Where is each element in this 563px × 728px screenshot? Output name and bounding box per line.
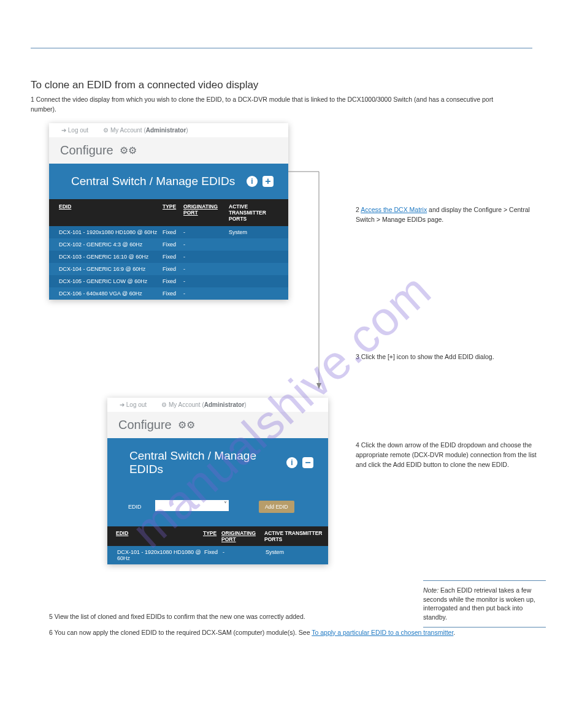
gears-icon: ⚙⚙ [178, 419, 195, 431]
col-edid[interactable]: EDID [55, 203, 163, 222]
link-apply-edid[interactable]: To apply a particular EDID to a chosen t… [312, 629, 453, 636]
col-type[interactable]: TYPE [163, 203, 183, 222]
page-title: Central Switch / Manage EDIDs [129, 449, 286, 476]
gears-icon: ⚙ [161, 401, 167, 408]
logout-icon: ➔ [120, 401, 124, 408]
table-row[interactable]: DCX-103 - GENERIC 16:10 @ 60HzFixed- [49, 251, 288, 263]
add-edid-button[interactable]: Add EDID [259, 501, 294, 513]
info-icon[interactable]: i [286, 457, 297, 468]
table-header: EDID TYPE ORIGINATING PORT ACTIVE TRANSM… [49, 199, 288, 226]
add-icon[interactable]: + [262, 176, 274, 187]
table-header: EDID TYPE ORIGINATING PORT ACTIVE TRANSM… [107, 526, 328, 546]
ui-topbar: ➔ Log out ⚙ My Account (Administrator) [107, 398, 328, 412]
col-orig[interactable]: ORIGINATING PORT [183, 203, 229, 222]
edid-label: EDID [128, 504, 153, 510]
info-icon[interactable]: i [247, 176, 258, 187]
table-row[interactable]: DCX-101 - 1920x1080 HD1080 @ 60HzFixed-S… [49, 226, 288, 238]
ui-configure-row: Configure ⚙⚙ [49, 137, 288, 164]
steps-5-6: 5 View the list of cloned and fixed EDID… [49, 612, 527, 644]
collapse-icon[interactable]: − [302, 457, 313, 468]
ui-configure-row: Configure ⚙⚙ [107, 412, 328, 438]
table-row[interactable]: DCX-105 - GENERIC LOW @ 60HzFixed- [49, 275, 288, 287]
screenshot-add-edid: ➔ Log out ⚙ My Account (Administrator) C… [107, 398, 328, 564]
callout-arrow [288, 171, 325, 392]
table-row[interactable]: DCX-106 - 640x480 VGA @ 60HzFixed- [49, 287, 288, 300]
ui-page-header: Central Switch / Manage EDIDs i + [49, 164, 288, 199]
page-title: Central Switch / Manage EDIDs [71, 175, 235, 188]
step-3: 3 Click the [+] icon to show the Add EDI… [356, 352, 546, 362]
ui-logout[interactable]: ➔ Log out [61, 127, 88, 134]
add-edid-block: EDID Add EDID [107, 487, 328, 526]
col-active: ACTIVE TRANSMITTER PORTS [264, 530, 323, 542]
table-row[interactable]: DCX-101 - 1920x1080 HD1080 @ 60HzFixed-S… [107, 546, 328, 564]
gears-icon: ⚙⚙ [120, 145, 137, 156]
col-edid[interactable]: EDID [112, 530, 203, 542]
step-2: 2 Access the DCX Matrix and display the … [356, 205, 546, 225]
section-intro: 1 Connect the video display from which y… [31, 95, 503, 115]
ui-myaccount[interactable]: ⚙ My Account (Administrator) [161, 401, 247, 408]
screenshot-manage-edids-list: ➔ Log out ⚙ My Account (Administrator) C… [49, 123, 288, 300]
ui-topbar: ➔ Log out ⚙ My Account (Administrator) [49, 123, 288, 137]
configure-label: Configure [60, 143, 113, 157]
table-row[interactable]: DCX-102 - GENERIC 4:3 @ 60HzFixed- [49, 238, 288, 251]
table-rows: DCX-101 - 1920x1080 HD1080 @ 60HzFixed-S… [49, 226, 288, 300]
col-type[interactable]: TYPE [203, 530, 221, 542]
link-page18[interactable]: Access the DCX Matrix [361, 206, 427, 213]
ui-page-header: Central Switch / Manage EDIDs i − [107, 438, 328, 487]
logout-icon: ➔ [61, 127, 66, 134]
top-divider [31, 48, 532, 48]
col-active: ACTIVE TRANSMITTER PORTS [229, 203, 282, 222]
configure-label: Configure [118, 418, 172, 432]
step-4: 4 Click the down arrow of the EDID dropd… [356, 441, 546, 469]
section-title: To clone an EDID from a connected video … [31, 79, 532, 91]
col-orig[interactable]: ORIGINATING PORT [221, 530, 264, 542]
ui-logout[interactable]: ➔ Log out [120, 401, 147, 408]
edid-select[interactable] [155, 500, 229, 511]
table-rows: DCX-101 - 1920x1080 HD1080 @ 60HzFixed-S… [107, 546, 328, 564]
table-row[interactable]: DCX-104 - GENERIC 16:9 @ 60HzFixed- [49, 263, 288, 275]
ui-myaccount[interactable]: ⚙ My Account (Administrator) [103, 127, 188, 134]
gears-icon: ⚙ [103, 127, 109, 134]
